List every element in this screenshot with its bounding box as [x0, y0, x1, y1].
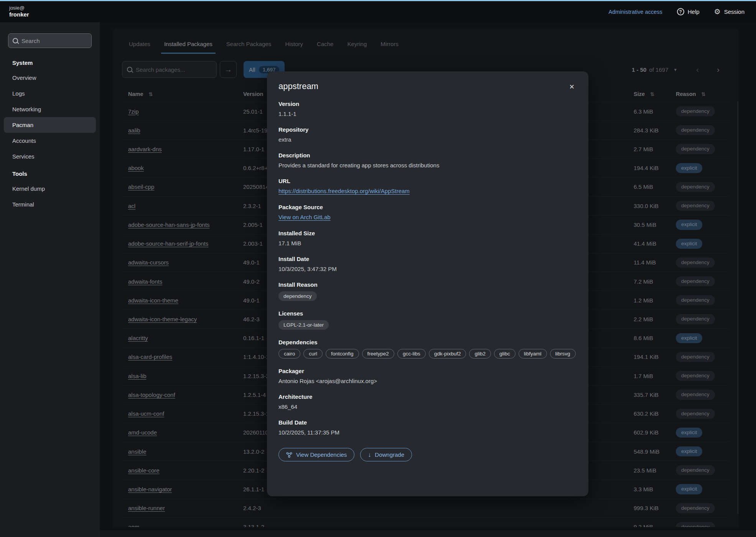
dependency-chip[interactable]: gdk-pixbuf2	[429, 349, 466, 359]
field-architecture: Architecture x86_64	[278, 393, 577, 410]
sidebar-item[interactable]: Kernel dump	[0, 181, 100, 197]
sidebar-group-heading-tools: Tools	[0, 164, 100, 181]
dependency-chip[interactable]: glib2	[469, 349, 491, 359]
sidebar-item[interactable]: Logs	[0, 86, 100, 101]
sidebar-item[interactable]: Pacman	[4, 117, 96, 133]
help-label: Help	[688, 8, 700, 15]
package-details-modal: appstream ✕ Version 1.1.1-1 Repository e…	[267, 71, 588, 496]
dependency-chip[interactable]: freetype2	[362, 349, 394, 359]
field-version: Version 1.1.1-1	[278, 101, 577, 117]
field-repository: Repository extra	[278, 126, 577, 143]
masthead-actions: Administrative access ? Help ⚙ Session	[609, 8, 745, 15]
modal-body: Version 1.1.1-1 Repository extra Descrip…	[278, 101, 577, 461]
modal-title: appstream	[278, 81, 318, 91]
close-icon: ✕	[569, 83, 575, 91]
dependency-chip[interactable]: librsvg	[550, 349, 576, 359]
dependency-chip-list: cairocurlfontconfigfreetype2gcc-libsgdk-…	[278, 349, 577, 359]
sidebar-group-heading-system: System	[0, 53, 100, 70]
sidebar-item[interactable]: Services	[0, 149, 100, 164]
dependency-chip[interactable]: curl	[303, 349, 323, 359]
field-install-reason: Install Reason dependency	[278, 281, 577, 301]
dependency-chip[interactable]: cairo	[278, 349, 300, 359]
field-package-source: Package Source View on Arch GitLab	[278, 204, 577, 221]
field-dependencies: Dependencies cairocurlfontconfigfreetype…	[278, 339, 577, 359]
search-icon	[13, 38, 18, 43]
host-brand[interactable]: josie@ fronker	[9, 5, 29, 18]
top-accent-bar	[0, 0, 756, 1]
sidebar-group-tools: Kernel dumpTerminal	[0, 181, 100, 212]
administrative-access-link[interactable]: Administrative access	[609, 9, 662, 15]
session-menu-button[interactable]: ⚙ Session	[714, 8, 744, 15]
dependency-chip[interactable]: glibc	[494, 349, 516, 359]
help-icon: ?	[677, 8, 684, 15]
sidebar-search-input[interactable]	[21, 38, 87, 44]
close-button[interactable]: ✕	[567, 81, 577, 93]
modal-actions: View Dependencies ↓ Downgrade	[278, 448, 577, 461]
dependency-chip[interactable]: fontconfig	[326, 349, 359, 359]
sidebar-item[interactable]: Overview	[0, 70, 100, 86]
arch-gitlab-link[interactable]: View on Arch GitLab	[278, 214, 331, 220]
sidebar-search	[8, 33, 92, 48]
field-url: URL https://distributions.freedesktop.or…	[278, 178, 577, 195]
arrow-down-icon: ↓	[368, 452, 371, 458]
dependency-graph-icon	[286, 452, 292, 458]
dependency-chip[interactable]: libfyaml	[519, 349, 547, 359]
sidebar-item[interactable]: Terminal	[0, 197, 100, 212]
sidebar-group-system: OverviewLogsNetworkingPacmanAccountsServ…	[0, 70, 100, 164]
license-badge: LGPL-2.1-or-later	[278, 320, 329, 330]
masthead: josie@ fronker Administrative access ? H…	[0, 1, 756, 22]
field-build-date: Build Date 10/2/2025, 11:37:35 PM	[278, 419, 577, 436]
sidebar: System OverviewLogsNetworkingPacmanAccou…	[0, 22, 100, 537]
view-dependencies-button[interactable]: View Dependencies	[278, 448, 354, 461]
field-description: Description Provides a standard for crea…	[278, 152, 577, 169]
session-label: Session	[724, 8, 744, 15]
downgrade-button[interactable]: ↓ Downgrade	[360, 448, 412, 461]
masthead-username: josie@	[9, 5, 29, 11]
sidebar-item[interactable]: Networking	[0, 101, 100, 117]
package-url-link[interactable]: https://distributions.freedesktop.org/wi…	[278, 188, 410, 194]
field-packager: Packager Antonio Rojas <arojas@archlinux…	[278, 368, 577, 384]
masthead-hostname: fronker	[9, 11, 29, 18]
help-menu-button[interactable]: ? Help	[677, 8, 700, 15]
dependency-chip[interactable]: gcc-libs	[397, 349, 426, 359]
install-reason-badge: dependency	[278, 291, 317, 301]
field-installed-size: Installed Size 17.1 MiB	[278, 230, 577, 246]
modal-header: appstream ✕	[278, 81, 577, 93]
gear-icon: ⚙	[714, 8, 721, 15]
field-install-date: Install Date 10/3/2025, 3:47:32 PM	[278, 256, 577, 272]
sidebar-item[interactable]: Accounts	[0, 133, 100, 149]
field-licenses: Licenses LGPL-2.1-or-later	[278, 310, 577, 330]
